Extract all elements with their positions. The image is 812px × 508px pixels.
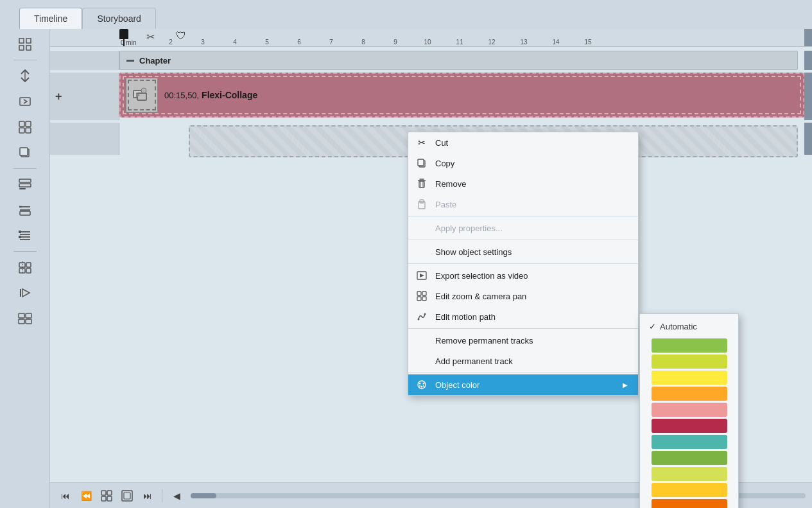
go-start-button[interactable]: ⏮ <box>56 487 74 505</box>
copy-icon <box>416 157 428 169</box>
color-swatch-yellow-green[interactable] <box>652 467 727 481</box>
svg-rect-44 <box>107 496 112 501</box>
prev-play-button[interactable]: ◀ <box>168 487 186 505</box>
menu-remove[interactable]: Remove <box>408 173 638 194</box>
menu-edit-zoom[interactable]: Edit zoom & camera pan <box>408 286 638 306</box>
chapter-minus-icon[interactable] <box>126 60 134 62</box>
arrow-updown-icon[interactable] <box>12 64 39 87</box>
submenu-arrow-icon: ▶ <box>623 381 628 389</box>
menu-paste: Paste <box>408 194 638 215</box>
svg-rect-12 <box>19 179 31 182</box>
svg-rect-2 <box>19 46 24 50</box>
color-swatch-amber[interactable] <box>652 483 727 497</box>
go-end-button[interactable]: ⏭ <box>139 487 157 505</box>
menu-sep-3 <box>408 263 638 264</box>
svg-point-68 <box>419 385 420 387</box>
crosshair-icon[interactable] <box>12 256 39 279</box>
color-swatch-yellow[interactable] <box>652 371 727 385</box>
add-track-button[interactable]: + <box>55 90 62 103</box>
color-submenu: ✓ Automatic <box>639 313 739 508</box>
export-video-icon <box>416 270 428 281</box>
left-toolbar <box>0 29 50 508</box>
menu-copy[interactable]: Copy <box>408 153 638 173</box>
menu-sep-1 <box>408 216 638 216</box>
svg-rect-34 <box>26 313 31 318</box>
svg-point-62 <box>418 319 420 320</box>
transport-sep <box>162 489 162 502</box>
svg-rect-3 <box>26 46 31 50</box>
lines-icon[interactable] <box>12 224 39 247</box>
rows-icon[interactable] <box>12 173 39 196</box>
stack-icon[interactable] <box>12 198 39 222</box>
loop-button[interactable] <box>98 487 116 505</box>
svg-rect-9 <box>26 128 31 133</box>
color-swatch-olive[interactable] <box>652 451 727 465</box>
svg-rect-1 <box>26 39 31 43</box>
svg-rect-5 <box>20 98 30 105</box>
media-name: Flexi-Collage <box>202 90 257 100</box>
svg-rect-17 <box>20 211 30 215</box>
svg-rect-14 <box>19 188 26 189</box>
svg-point-63 <box>424 313 426 315</box>
color-swatch-teal[interactable] <box>652 435 727 449</box>
blocks-icon[interactable] <box>12 116 39 139</box>
color-swatch-orange[interactable] <box>652 387 727 401</box>
svg-rect-58 <box>417 292 421 295</box>
svg-rect-42 <box>107 491 112 495</box>
grid-icon[interactable] <box>12 33 39 56</box>
tab-storyboard[interactable]: Storyboard <box>82 8 155 29</box>
menu-remove-label: Remove <box>435 179 628 189</box>
chevron-right-icon[interactable] <box>12 90 39 113</box>
zoom-fit-button[interactable] <box>118 487 136 505</box>
svg-rect-7 <box>26 121 31 127</box>
svg-rect-43 <box>101 496 106 501</box>
media-time: 00:15,50, <box>164 91 199 100</box>
menu-edit-zoom-label: Edit zoom & camera pan <box>435 292 628 301</box>
color-swatch-green[interactable] <box>652 338 727 353</box>
edit-zoom-icon <box>416 290 428 302</box>
svg-rect-35 <box>19 319 24 324</box>
color-swatch-salmon[interactable] <box>652 403 727 417</box>
automatic-label: Automatic <box>660 322 697 331</box>
svg-rect-59 <box>422 292 426 295</box>
svg-point-66 <box>423 383 425 385</box>
svg-marker-57 <box>420 274 424 277</box>
svg-point-67 <box>421 386 423 388</box>
svg-rect-8 <box>19 128 24 133</box>
svg-rect-36 <box>26 319 31 324</box>
menu-sep-4 <box>408 328 638 329</box>
menu-apply-props-label: Apply properties... <box>435 223 628 233</box>
menu-show-settings[interactable]: Show object settings <box>408 241 638 262</box>
menu-cut[interactable]: ✂ Cut <box>408 132 638 153</box>
menu-export-video-label: Export selection as video <box>435 271 628 281</box>
edit-motion-icon <box>416 311 428 322</box>
color-swatch-lime[interactable] <box>652 355 727 369</box>
tab-timeline[interactable]: Timeline <box>19 8 82 29</box>
svg-point-69 <box>423 385 424 387</box>
menu-export-video[interactable]: Export selection as video <box>408 265 638 286</box>
color-swatch-deep-orange[interactable] <box>652 499 727 508</box>
svg-rect-41 <box>101 491 106 495</box>
menu-add-track[interactable]: Add permanent track <box>408 351 638 371</box>
grid3-icon[interactable] <box>12 307 39 330</box>
menu-edit-motion[interactable]: Edit motion path <box>408 306 638 327</box>
ruler: ✂ 🛡 0 min 2 3 4 5 6 7 8 9 10 11 12 13 14 <box>50 29 812 47</box>
scissors-icon: ✂ <box>146 31 155 43</box>
menu-edit-motion-label: Edit motion path <box>435 312 628 322</box>
copy-blocks-icon[interactable] <box>12 141 39 164</box>
svg-marker-31 <box>22 289 30 297</box>
menu-remove-tracks-label: Remove permanent tracks <box>435 336 628 346</box>
context-menu: ✂ Cut Copy Remove <box>408 132 639 396</box>
color-swatch-crimson[interactable] <box>652 419 727 433</box>
cut-icon: ✂ <box>416 137 428 148</box>
menu-object-color[interactable]: Object color ▶ <box>408 374 638 395</box>
play-small-icon[interactable] <box>12 281 39 304</box>
svg-rect-33 <box>19 313 24 318</box>
menu-remove-tracks[interactable]: Remove permanent tracks <box>408 330 638 351</box>
svg-rect-24 <box>19 236 21 238</box>
media-track[interactable]: 00:15,50, Flexi-Collage <box>119 73 804 118</box>
prev-frame-button[interactable]: ⏪ <box>77 487 95 505</box>
toolbar-sep-3 <box>13 251 37 252</box>
paste-icon <box>416 198 428 210</box>
svg-rect-60 <box>417 297 421 301</box>
